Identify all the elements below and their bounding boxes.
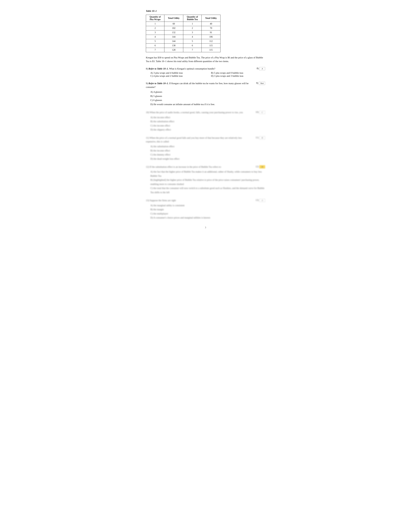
choice-item: A) the substitution effect	[150, 144, 265, 149]
choice-item: C) 4 pita wraps and 2 bubble teas	[150, 75, 205, 77]
question-refer: Refer to Table 10–1.	[149, 82, 168, 85]
data-table: Quantity ofPita Wraps Total Utility Quan…	[146, 15, 221, 52]
question-number: 10)	[146, 111, 149, 114]
question-text: 9) Refer to Table 10–1. If Keegan can dr…	[146, 82, 251, 89]
question-answer-area: 11)B	[251, 136, 265, 139]
question-answer-area: 8)A	[251, 67, 265, 70]
question-text: 8) Refer to Table 10–1. What is Keegan's…	[146, 67, 251, 71]
answer-badge: B	[259, 136, 265, 139]
choice-item: D) A consumer's choice prices and margin…	[150, 216, 265, 220]
choice-item: C) the multiplayer	[150, 212, 265, 216]
choices-grid: A) 3 pita wraps and 4 bubble teasB) 5 pi…	[150, 72, 265, 77]
choice-item: B) [highlighted] the higher price of Bub…	[150, 178, 265, 186]
answer-badge: A	[259, 199, 265, 202]
choice-item: B) 5 pita wraps and 0 bubble teas	[211, 72, 265, 74]
choice-item: C) 6 glasses	[150, 98, 265, 102]
table-cell: 91	[201, 30, 220, 35]
question-refer: Refer to Table 10–1.	[149, 67, 168, 70]
question-text: 13) Suppose the firms are right	[146, 199, 251, 202]
table-cell: 7	[183, 48, 202, 52]
table-cell: 4	[146, 35, 164, 39]
question-block: 13) Suppose the firms are right13)AA) th…	[146, 199, 265, 220]
table-cell: 70	[201, 26, 220, 30]
choice-item: C) the total that the consumer will now …	[150, 186, 265, 194]
question-text: 11) When the price of a normal good fall…	[146, 136, 251, 144]
question-body: What is Keegan's optimal consumption bun…	[168, 67, 215, 70]
question-body: Suppose the firms are right	[150, 199, 176, 202]
choice-item: B) 5 glasses	[150, 94, 265, 98]
choice-item: D) He would consume an infinite amount o…	[150, 102, 265, 106]
table-cell: 3	[146, 30, 164, 35]
answer-badge: B	[259, 165, 265, 169]
question-num-right: 8)	[254, 67, 259, 70]
choices-list-blurred: A) the marginal utility is consistentB) …	[150, 203, 265, 220]
question-block: 10) When the price of audio books, a nor…	[146, 111, 265, 132]
choice-item: C) the dummy effect	[150, 153, 265, 157]
table-cell: 3	[183, 30, 202, 35]
question-num-right: 12)	[254, 165, 259, 168]
table-cell: 2	[146, 26, 164, 30]
question-number: 8)	[146, 67, 148, 70]
question-answer-area: 10)C	[251, 111, 265, 114]
table-cell: 128	[164, 48, 183, 52]
col-header-2: Total Utility	[164, 15, 183, 22]
question-block: 11) When the price of a normal good fall…	[146, 136, 265, 161]
choice-item: A) the fact that the higher price of Bub…	[150, 170, 265, 178]
col-header-1: Quantity ofPita Wraps	[146, 15, 164, 22]
question-answer-area: 12)B	[251, 165, 265, 169]
choices-list-blurred: A) the fact that the higher price of Bub…	[150, 170, 265, 194]
answer-badge: Text	[259, 82, 265, 85]
table-cell: 115	[201, 44, 220, 48]
question-row: 12) If the substitution effect is an inc…	[146, 165, 265, 169]
table-cell: 6	[146, 44, 164, 48]
question-text: 10) When the price of audio books, a nor…	[146, 111, 251, 114]
question-number: 9)	[146, 82, 148, 85]
table-cell: 5	[183, 39, 202, 44]
answer-badge: C	[259, 111, 265, 114]
table-cell: 6	[183, 44, 202, 48]
question-row: 9) Refer to Table 10–1. If Keegan can dr…	[146, 82, 265, 89]
question-num-right: 11)	[254, 136, 259, 139]
table-cell: 40	[201, 22, 220, 26]
table-cell: 144	[164, 39, 183, 44]
col-header-3: Quantity ofBubble Tea	[183, 15, 202, 22]
choices-list: A) 4 glassesB) 5 glassesC) 6 glassesD) H…	[150, 90, 265, 106]
choice-item: B) the substitution effect	[150, 119, 265, 124]
choice-item: A) 3 pita wraps and 4 bubble teas	[150, 72, 205, 74]
question-row: 11) When the price of a normal good fall…	[146, 136, 265, 144]
question-body: When the price of a normal good falls an…	[146, 137, 242, 143]
question-number: 12)	[146, 166, 149, 168]
table-cell: 2	[183, 26, 202, 30]
choice-item: D) the dead-weight loss effect	[150, 157, 265, 161]
question-body: When the price of audio books, a normal …	[149, 111, 243, 114]
question-number: 11)	[146, 137, 149, 139]
question-block: 12) If the substitution effect is an inc…	[146, 165, 265, 194]
question-row: 8) Refer to Table 10–1. What is Keegan's…	[146, 67, 265, 71]
question-block: 9) Refer to Table 10–1. If Keegan can dr…	[146, 82, 265, 106]
table-cell: 138	[164, 44, 183, 48]
answer-badge: A	[259, 67, 265, 70]
choice-item: D) the slippery effect	[150, 128, 265, 132]
question-block: 8) Refer to Table 10–1. What is Keegan's…	[146, 67, 265, 77]
question-num-right: 13)	[254, 199, 259, 201]
choices-list-blurred: A) the income effectB) the substitution …	[150, 115, 265, 132]
col-header-4: Total Utility	[201, 15, 220, 22]
question-num-right: 9)	[253, 82, 258, 85]
choice-item: B) the margin	[150, 208, 265, 212]
choice-item: A) the income effect	[150, 115, 265, 120]
question-body: If the substitution effect is an increas…	[150, 166, 222, 168]
question-num-right: 10)	[254, 111, 259, 114]
table-title: Table 10–1	[146, 10, 265, 12]
choice-item: A) 4 glasses	[150, 90, 265, 94]
table-cell: 1	[183, 22, 202, 26]
table-cell: 144	[164, 35, 183, 39]
table-cell: 4	[183, 35, 202, 39]
question-answer-area: 13)A	[251, 199, 265, 202]
table-cell: 1	[146, 22, 164, 26]
table-cell: 106	[201, 35, 220, 39]
table-cell: 132	[164, 30, 183, 35]
choice-item: D) 3 pita wraps and 3 bubble teas	[211, 75, 265, 77]
choice-item: B) the income effect	[150, 149, 265, 153]
page-number: 3	[146, 226, 265, 229]
table-cell: 7	[146, 48, 164, 52]
